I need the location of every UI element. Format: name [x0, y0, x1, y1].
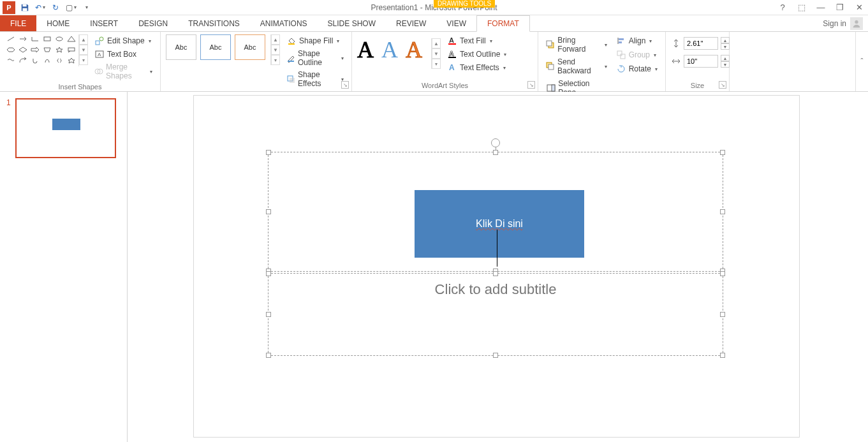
slide-thumbnail-1[interactable] — [15, 98, 116, 158]
text-fill-button[interactable]: A Text Fill▾ — [445, 34, 509, 47]
shape-gallery[interactable] — [5, 34, 77, 66]
shape-style-thumb-3[interactable]: Abc — [235, 34, 265, 60]
tab-format[interactable]: FORMAT — [476, 15, 530, 32]
scroll-down-icon[interactable]: ▼ — [432, 48, 441, 59]
tab-home[interactable]: HOME — [36, 15, 80, 31]
shape-outline-button[interactable]: Shape Outline▾ — [284, 48, 346, 68]
scroll-up-icon[interactable]: ▲ — [432, 38, 441, 48]
svg-marker-15 — [68, 58, 75, 63]
slide-canvas[interactable]: Klik Di sini Click to add subtitle — [194, 96, 799, 437]
dialog-launcher-icon[interactable]: ↘ — [341, 81, 349, 89]
resize-handle-n[interactable] — [493, 150, 498, 155]
dialog-launcher-icon[interactable]: ↘ — [719, 81, 726, 89]
tab-insert[interactable]: INSERT — [80, 15, 128, 31]
scroll-down-icon[interactable]: ▼ — [271, 45, 280, 55]
spin-up-icon[interactable]: ▲ — [721, 37, 730, 43]
shape-gallery-scroll[interactable]: ▲ ▼ ▾ — [78, 34, 88, 66]
ribbon-tabs: FILE HOME INSERT DESIGN TRANSITIONS ANIM… — [0, 15, 868, 32]
resize-handle-se[interactable] — [720, 353, 725, 358]
rotation-handle[interactable] — [491, 138, 500, 147]
wordart-style-3[interactable]: A — [406, 38, 422, 69]
shape-style-thumb-2[interactable]: Abc — [200, 34, 231, 60]
close-icon[interactable]: ✕ — [853, 1, 865, 14]
shape-text[interactable]: Klik Di sini — [476, 218, 523, 230]
resize-handle-e[interactable] — [720, 312, 725, 317]
slide-thumbnail-pane[interactable]: 1 — [0, 92, 128, 442]
sign-in-link[interactable]: Sign in — [823, 15, 868, 31]
dialog-launcher-icon[interactable]: ↘ — [527, 81, 535, 89]
svg-rect-40 — [617, 51, 622, 55]
scroll-up-icon[interactable]: ▲ — [271, 34, 280, 45]
resize-handle-nw[interactable] — [266, 271, 271, 276]
subtitle-placeholder[interactable]: Click to add subtitle — [268, 273, 723, 356]
resize-handle-e[interactable] — [720, 209, 725, 214]
spin-down-icon[interactable]: ▼ — [721, 61, 730, 68]
gallery-more-icon[interactable]: ▾ — [271, 55, 280, 65]
rectangle-shape[interactable]: Klik Di sini — [415, 190, 584, 258]
rotate-button[interactable]: Rotate▾ — [614, 63, 660, 75]
group-label: Size — [671, 80, 724, 91]
gallery-more-icon[interactable]: ▾ — [79, 55, 88, 65]
svg-text:A: A — [449, 63, 455, 72]
gallery-more-icon[interactable]: ▾ — [432, 59, 441, 69]
resize-handle-s[interactable] — [493, 353, 498, 358]
undo-icon[interactable]: ↶▾ — [34, 2, 46, 13]
resize-handle-w[interactable] — [266, 209, 271, 214]
svg-rect-38 — [619, 38, 624, 40]
tab-slideshow[interactable]: SLIDE SHOW — [318, 15, 386, 31]
slide-edit-area[interactable]: Klik Di sini Click to add subtitle — [128, 92, 868, 442]
text-box-button[interactable]: A Text Box — [92, 48, 155, 61]
spin-down-icon[interactable]: ▼ — [721, 43, 730, 50]
group-size: ▲▼ ▲▼ Size ↘ — [666, 32, 730, 91]
tab-design[interactable]: DESIGN — [128, 15, 178, 31]
bring-forward-label: Bring Forward — [557, 36, 600, 54]
resize-handle-nw[interactable] — [266, 150, 271, 155]
text-outline-button[interactable]: A Text Outline▾ — [445, 48, 509, 61]
send-backward-button[interactable]: Send Backward▾ — [543, 56, 610, 77]
tab-view[interactable]: VIEW — [436, 15, 476, 31]
bring-forward-icon — [546, 40, 555, 50]
group-shape-styles: Abc Abc Abc ▲ ▼ ▾ Shape Fill▾ Shape Outl… — [161, 32, 352, 91]
shape-fill-button[interactable]: Shape Fill▾ — [284, 34, 346, 47]
shape-style-scroll[interactable]: ▲ ▼ ▾ — [270, 34, 280, 65]
collapse-ribbon-icon[interactable]: ˆ — [855, 32, 868, 91]
restore-icon[interactable]: ❐ — [834, 1, 846, 14]
tab-review[interactable]: REVIEW — [386, 15, 436, 31]
customize-qat-icon[interactable]: ▾ — [80, 2, 92, 13]
svg-marker-12 — [31, 47, 39, 52]
resize-handle-n[interactable] — [493, 271, 498, 276]
help-icon[interactable]: ? — [776, 1, 789, 14]
resize-handle-w[interactable] — [266, 312, 271, 317]
svg-marker-10 — [7, 48, 15, 52]
tab-file[interactable]: FILE — [0, 15, 36, 31]
shape-height-row: ▲▼ — [671, 37, 730, 50]
align-button[interactable]: Align▾ — [614, 34, 660, 47]
resize-handle-ne[interactable] — [720, 150, 725, 155]
group-insert-shapes: ▲ ▼ ▾ Edit Shape▾ A Text Box Merge Shape… — [0, 32, 161, 91]
resize-handle-sw[interactable] — [266, 353, 271, 358]
text-effects-button[interactable]: A Text Effects▾ — [445, 61, 509, 74]
wordart-scroll[interactable]: ▲ ▼ ▾ — [431, 38, 441, 69]
ribbon-display-options-icon[interactable]: ⬚ — [795, 1, 808, 14]
spin-up-icon[interactable]: ▲ — [721, 55, 730, 61]
wordart-style-2[interactable]: A — [381, 38, 398, 69]
redo-icon[interactable]: ↻ — [50, 2, 61, 13]
start-from-beginning-icon[interactable]: ▢▾ — [65, 2, 77, 13]
shape-effects-button[interactable]: Shape Effects▾ — [284, 69, 346, 89]
width-icon — [671, 56, 681, 66]
shape-style-thumb-1[interactable]: Abc — [166, 34, 196, 60]
scroll-up-icon[interactable]: ▲ — [79, 34, 88, 45]
save-icon[interactable] — [19, 2, 31, 13]
wordart-style-1[interactable]: A — [357, 38, 374, 69]
svg-marker-11 — [19, 47, 27, 52]
shape-height-input[interactable] — [684, 37, 718, 50]
bring-forward-button[interactable]: Bring Forward▾ — [543, 34, 610, 55]
text-effects-label: Text Effects — [460, 63, 499, 72]
tab-transitions[interactable]: TRANSITIONS — [178, 15, 250, 31]
shape-width-input[interactable] — [684, 55, 718, 68]
resize-handle-ne[interactable] — [720, 271, 725, 276]
scroll-down-icon[interactable]: ▼ — [79, 45, 88, 55]
tab-animations[interactable]: ANIMATIONS — [250, 15, 318, 31]
edit-shape-button[interactable]: Edit Shape▾ — [92, 34, 155, 47]
minimize-icon[interactable]: — — [814, 1, 827, 14]
